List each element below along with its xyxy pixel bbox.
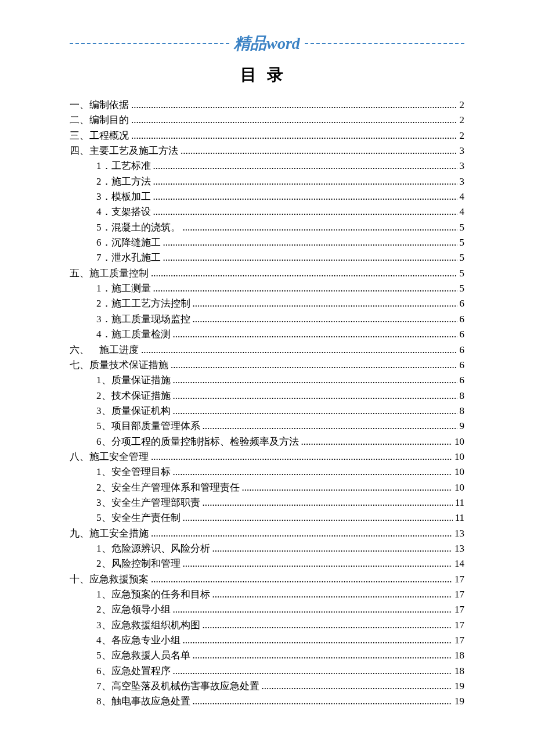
toc-leader-dots: [190, 312, 457, 327]
toc-page-number: 17: [452, 633, 464, 648]
toc-row: 1．施工测量5: [70, 281, 464, 296]
toc-row: 九、施工安全措施13: [70, 526, 464, 541]
toc-row: 6、分项工程的质量控制指标、检验频率及方法10: [70, 434, 464, 449]
toc-row: 2、技术保证措施8: [70, 388, 464, 404]
toc-page-number: 5: [457, 235, 465, 250]
toc-row: 2、风险控制和管理14: [70, 556, 464, 571]
toc-page-number: 5: [457, 281, 465, 296]
toc-leader-dots: [210, 541, 453, 556]
toc-label: 六、 施工进度: [70, 343, 139, 358]
toc-label: 2、技术保证措施: [96, 388, 171, 404]
toc-row: 6．沉降缝施工5: [70, 235, 464, 250]
toc-row: 8、触电事故应急处置19: [70, 694, 464, 709]
toc-row: 3、质量保证机构8: [70, 404, 464, 419]
toc-row: 1、应急预案的任务和目标17: [70, 587, 464, 602]
toc-page-number: 19: [452, 679, 464, 694]
toc-label: 5、应急救援人员名单: [96, 648, 190, 663]
toc-row: 八、施工安全管理10: [70, 449, 464, 465]
toc-leader-dots: [178, 143, 457, 159]
toc-page-number: 4: [457, 189, 465, 204]
toc-leader-dots: [181, 633, 453, 648]
toc-label: 3、质量保证机构: [96, 404, 171, 419]
toc-leader-dots: [171, 373, 457, 388]
toc-page-number: 17: [452, 572, 464, 587]
toc-label: 十、应急救援预案: [70, 572, 149, 587]
toc-row: 5、项目部质量管理体系9: [70, 419, 464, 434]
toc-row: 一、编制依据2: [70, 98, 464, 113]
toc-page-number: 2: [457, 98, 465, 113]
toc-leader-dots: [149, 449, 452, 465]
toc-row: 6、应急处置程序18: [70, 664, 464, 679]
toc-page-number: 2: [457, 113, 465, 128]
toc-page-number: 6: [457, 343, 465, 358]
toc-page-number: 17: [452, 618, 464, 633]
banner-dash-left: [70, 43, 229, 44]
toc-page-number: 8: [457, 388, 465, 404]
page-title: 目录: [70, 64, 464, 86]
toc-page-number: 11: [453, 510, 464, 525]
toc-page-number: 3: [457, 143, 465, 159]
toc-leader-dots: [190, 694, 453, 709]
toc-leader-dots: [171, 664, 453, 679]
toc-label: 三、工程概况: [70, 128, 129, 143]
toc-leader-dots: [151, 174, 457, 189]
toc-row: 4．施工质量检测6: [70, 327, 464, 342]
toc-page-number: 9: [457, 419, 465, 434]
toc-row: 1、安全管理目标10: [70, 465, 464, 480]
toc-row: 2．施工工艺方法控制6: [70, 296, 464, 311]
toc-leader-dots: [190, 648, 453, 663]
toc-label: 2、风险控制和管理: [96, 556, 181, 571]
toc-page-number: 6: [457, 373, 465, 388]
toc-leader-dots: [299, 434, 453, 449]
toc-leader-dots: [171, 404, 457, 419]
table-of-contents: 一、编制依据2二、编制目的2三、工程概况2四、主要工艺及施工方法31．工艺标准3…: [70, 98, 464, 710]
toc-row: 六、 施工进度6: [70, 343, 464, 358]
toc-row: 5、安全生产责任制11: [70, 510, 464, 525]
toc-page-number: 14: [452, 556, 464, 571]
toc-row: 四、主要工艺及施工方法3: [70, 143, 464, 159]
toc-page-number: 6: [457, 327, 465, 342]
toc-leader-dots: [171, 602, 453, 617]
toc-leader-dots: [190, 296, 457, 311]
toc-leader-dots: [151, 189, 457, 204]
toc-page-number: 13: [452, 526, 464, 541]
toc-row: 5．混凝土的浇筑。5: [70, 220, 464, 235]
toc-label: 3．模板加工: [96, 189, 151, 204]
toc-label: 1、应急预案的任务和目标: [96, 587, 210, 602]
toc-leader-dots: [149, 526, 452, 541]
toc-leader-dots: [171, 327, 457, 342]
toc-label: 2、应急领导小组: [96, 602, 171, 617]
toc-page-number: 17: [452, 602, 464, 617]
toc-page-number: 11: [453, 495, 464, 510]
toc-leader-dots: [129, 98, 457, 113]
toc-leader-dots: [151, 159, 457, 174]
toc-row: 3．模板加工4: [70, 189, 464, 204]
toc-page-number: 10: [452, 465, 464, 480]
toc-row: 七、质量技术保证措施6: [70, 358, 464, 373]
toc-leader-dots: [151, 281, 457, 296]
header-banner: 精品word: [70, 35, 464, 52]
toc-label: 1、危险源辨识、风险分析: [96, 541, 210, 556]
toc-label: 4、各应急专业小组: [96, 633, 181, 648]
toc-label: 6、分项工程的质量控制指标、检验频率及方法: [96, 434, 299, 449]
toc-page-number: 19: [452, 694, 464, 709]
toc-leader-dots: [200, 495, 453, 510]
toc-leader-dots: [149, 266, 457, 281]
toc-label: 1．施工测量: [96, 281, 151, 296]
toc-row: 3．施工质量现场监控6: [70, 312, 464, 327]
toc-page-number: 3: [457, 174, 465, 189]
toc-leader-dots: [161, 250, 457, 265]
toc-leader-dots: [200, 618, 453, 633]
toc-page-number: 10: [452, 480, 464, 495]
toc-label: 1、安全管理目标: [96, 465, 171, 480]
toc-label: 5、项目部质量管理体系: [96, 419, 200, 434]
toc-leader-dots: [259, 679, 453, 694]
toc-leader-dots: [171, 388, 457, 404]
toc-label: 1、质量保证措施: [96, 373, 171, 388]
toc-page-number: 10: [452, 434, 464, 449]
toc-label: 1．工艺标准: [96, 159, 151, 174]
toc-label: 7．泄水孔施工: [96, 250, 161, 265]
toc-label: 4．施工质量检测: [96, 327, 171, 342]
toc-label: 八、施工安全管理: [70, 449, 149, 465]
toc-page-number: 6: [457, 358, 465, 373]
